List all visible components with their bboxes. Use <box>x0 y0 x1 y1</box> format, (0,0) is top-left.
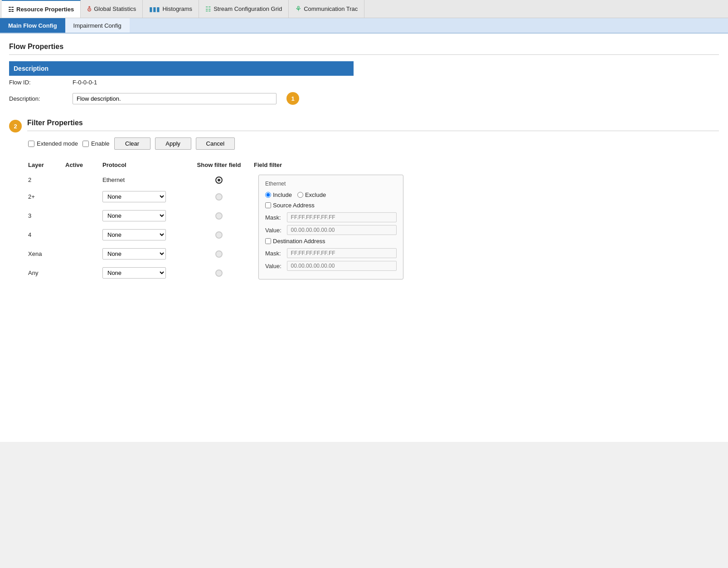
source-address-row: Source Address <box>265 202 397 209</box>
mask-label: Mask: <box>265 214 283 221</box>
protocol-cell: None <box>102 264 184 282</box>
description-header: Description <box>9 61 354 76</box>
layer-cell: 2 <box>28 173 64 187</box>
flow-id-value: F-0-0-0-1 <box>73 79 97 86</box>
tab-stream-config-label: Stream Configuration Grid <box>214 5 282 12</box>
mask-row: Mask: <box>265 212 397 222</box>
tab-histograms[interactable]: ▮▮▮ Histograms <box>143 0 199 18</box>
enable-checkbox[interactable] <box>83 141 89 147</box>
dest-value-input[interactable] <box>287 261 397 271</box>
protocol-cell: None <box>102 245 184 263</box>
flow-id-row: Flow ID: F-0-0-0-1 <box>9 76 719 89</box>
destination-address-checkbox[interactable] <box>265 238 271 244</box>
enable-label: Enable <box>91 140 109 147</box>
field-filter-box: Ethernet Include Exclude <box>258 175 403 279</box>
filter-controls-row: Extended mode Enable Clear Apply Cancel <box>27 137 719 150</box>
tab-impairment-config-label: Impairment Config <box>73 22 121 29</box>
source-address-checkbox[interactable] <box>265 202 271 208</box>
radio-disabled[interactable] <box>215 250 223 258</box>
description-row: Description: 1 <box>9 89 719 108</box>
layer-cell: 2+ <box>28 188 64 206</box>
layer-cell: Xena <box>28 245 64 263</box>
tab-resource-properties-label: Resource Properties <box>16 6 74 13</box>
grid-icon: ☷ <box>8 6 14 13</box>
protocol-select-2plus[interactable]: None <box>102 191 166 202</box>
radio-disabled[interactable] <box>215 269 223 277</box>
radio-disabled[interactable] <box>215 212 223 220</box>
tab-resource-properties[interactable]: ☷ Resource Properties <box>2 0 81 18</box>
mask-input[interactable] <box>287 212 397 222</box>
extended-mode-checkbox-label[interactable]: Extended mode <box>28 140 78 147</box>
protocol-cell: None <box>102 207 184 225</box>
destination-address-checkbox-label[interactable]: Destination Address <box>265 238 325 245</box>
col-header-layer: Layer <box>28 159 64 172</box>
flow-properties-divider <box>9 54 719 55</box>
comm-icon: ⚘ <box>295 5 301 13</box>
dest-value-row: Value: <box>265 261 397 271</box>
stream-icon: ☷ <box>205 5 211 13</box>
show-cell[interactable] <box>185 188 253 206</box>
dest-mask-input[interactable] <box>287 248 397 258</box>
source-address-checkbox-label[interactable]: Source Address <box>265 202 315 209</box>
layer-cell: 3 <box>28 207 64 225</box>
filter-table-header-row: Layer Active Protocol Show filter field … <box>28 159 718 172</box>
tab-main-flow-config[interactable]: Main Flow Config <box>0 18 65 33</box>
include-exclude-row: Include Exclude <box>265 191 397 198</box>
filter-properties-title: Filter Properties <box>27 119 719 127</box>
description-input[interactable] <box>73 93 277 104</box>
layer-cell: 4 <box>28 226 64 244</box>
active-cell <box>65 173 102 187</box>
top-tab-bar: ☷ Resource Properties ⛢ Global Statistic… <box>0 0 728 18</box>
protocol-cell: None <box>102 188 184 206</box>
destination-address-label: Destination Address <box>273 238 325 245</box>
extended-mode-label: Extended mode <box>37 140 78 147</box>
radio-disabled[interactable] <box>215 231 223 239</box>
show-cell[interactable] <box>185 207 253 225</box>
protocol-select-3[interactable]: None <box>102 210 166 221</box>
tab-impairment-config[interactable]: Impairment Config <box>65 18 130 33</box>
filter-properties-section: 2 Filter Properties Extended mode Enable… <box>9 119 719 283</box>
tab-global-statistics[interactable]: ⛢ Global Statistics <box>81 0 143 18</box>
badge-2: 2 <box>9 120 22 132</box>
include-radio-label[interactable]: Include <box>265 191 292 198</box>
protocol-select-xena[interactable]: None <box>102 248 166 260</box>
table-row: 2 Ethernet Ethernet Incl <box>28 173 718 187</box>
dest-value-label: Value: <box>265 263 283 269</box>
dest-mask-label: Mask: <box>265 250 283 257</box>
show-cell[interactable] <box>185 264 253 282</box>
tab-main-flow-config-label: Main Flow Config <box>8 22 57 29</box>
source-address-label: Source Address <box>273 202 315 209</box>
radio-disabled[interactable] <box>215 193 223 201</box>
protocol-select-4[interactable]: None <box>102 229 166 240</box>
enable-checkbox-label[interactable]: Enable <box>83 140 109 147</box>
exclude-radio[interactable] <box>297 192 303 198</box>
apply-button[interactable]: Apply <box>155 137 191 150</box>
protocol-select-any[interactable]: None <box>102 267 166 279</box>
value-label: Value: <box>265 227 283 234</box>
tab-histograms-label: Histograms <box>162 5 192 12</box>
field-cell: Ethernet Include Exclude <box>254 173 718 282</box>
flow-id-label: Flow ID: <box>9 79 68 86</box>
tab-stream-config[interactable]: ☷ Stream Configuration Grid <box>199 0 289 18</box>
layer-cell: Any <box>28 264 64 282</box>
show-cell[interactable] <box>185 245 253 263</box>
col-header-protocol: Protocol <box>102 159 184 172</box>
extended-mode-checkbox[interactable] <box>28 141 34 147</box>
active-cell <box>65 188 102 206</box>
show-cell[interactable] <box>185 173 253 187</box>
show-cell[interactable] <box>185 226 253 244</box>
include-label: Include <box>273 191 292 198</box>
cancel-button[interactable]: Cancel <box>196 137 235 150</box>
tab-comm-trace[interactable]: ⚘ Communication Trac <box>289 0 364 18</box>
value-row: Value: <box>265 225 397 235</box>
exclude-radio-label[interactable]: Exclude <box>297 191 326 198</box>
value-input[interactable] <box>287 225 397 235</box>
filter-table-body: 2 Ethernet Ethernet Incl <box>28 173 718 282</box>
filter-properties-divider <box>27 131 719 131</box>
active-cell <box>65 245 102 263</box>
clear-button[interactable]: Clear <box>114 137 150 150</box>
include-radio[interactable] <box>265 192 271 198</box>
badge-1: 1 <box>286 92 299 105</box>
description-label: Description: <box>9 95 68 102</box>
radio-filled[interactable] <box>215 176 223 184</box>
